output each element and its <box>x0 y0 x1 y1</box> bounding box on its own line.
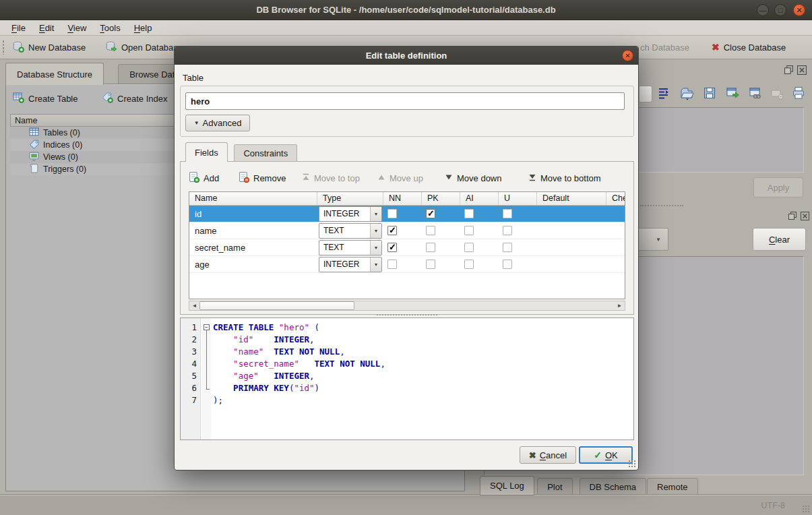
tab-sql-log[interactable]: SQL Log <box>480 476 534 495</box>
move-down-button[interactable]: Move down <box>445 169 501 187</box>
scrollbar-thumb[interactable] <box>199 301 354 310</box>
dock-float-icon[interactable] <box>788 212 797 222</box>
ai-checkbox[interactable] <box>464 226 474 235</box>
pk-checkbox[interactable] <box>426 209 435 218</box>
pk-checkbox[interactable] <box>426 260 435 269</box>
field-row-name[interactable]: nameTEXT▼ <box>189 222 625 239</box>
create-index-button[interactable]: Create Index <box>99 90 170 107</box>
clear-log-button[interactable]: Clear <box>753 228 806 251</box>
import-file-icon[interactable] <box>679 86 695 102</box>
column-header-name[interactable]: Name <box>189 192 317 205</box>
maximize-icon[interactable]: □ <box>774 4 786 16</box>
close-subwindow-icon[interactable] <box>797 65 807 77</box>
u-checkbox[interactable] <box>503 226 512 235</box>
field-row-id[interactable]: idINTEGER▼ <box>189 206 625 222</box>
field-name-cell[interactable]: age <box>189 260 317 270</box>
nn-checkbox[interactable] <box>387 243 397 252</box>
dialog-titlebar[interactable]: Edit table definition <box>175 47 638 65</box>
ai-checkbox[interactable] <box>464 260 474 269</box>
fields-grid-header[interactable]: NameTypeNNPKAIUDefaultChe <box>189 192 625 206</box>
close-icon[interactable]: ✕ <box>793 4 805 16</box>
create-table-label: Create Table <box>28 94 77 104</box>
cancel-button[interactable]: ✖ Cancel <box>520 446 576 464</box>
menu-file[interactable]: File <box>5 22 32 34</box>
fold-marker-icon[interactable]: − <box>204 324 210 330</box>
dialog-tab-constraints[interactable]: Constraints <box>234 144 297 162</box>
combo-arrow-icon[interactable]: ▼ <box>370 241 381 255</box>
tree-item-label: Triggers (0) <box>43 164 86 174</box>
combo-arrow-icon[interactable]: ▼ <box>370 207 381 221</box>
dialog-close-icon[interactable]: ✕ <box>622 50 633 61</box>
menu-edit[interactable]: Edit <box>33 22 60 34</box>
type-combobox[interactable]: INTEGER▼ <box>319 257 382 272</box>
grid-horizontal-scrollbar[interactable]: ◄ ► <box>189 301 625 311</box>
type-combobox[interactable]: TEXT▼ <box>319 240 382 255</box>
menu-view[interactable]: View <box>61 22 92 34</box>
column-header-u[interactable]: U <box>499 192 537 205</box>
save-icon[interactable] <box>702 86 718 102</box>
u-checkbox[interactable] <box>503 209 512 218</box>
field-row-secret_name[interactable]: secret_nameTEXT▼ <box>189 239 625 256</box>
resize-grip[interactable] <box>802 505 810 513</box>
encoding-indicator[interactable]: UTF-8 <box>761 501 785 510</box>
tab-database-structure[interactable]: Database Structure <box>5 63 104 85</box>
link-icon[interactable] <box>748 86 764 102</box>
field-name-cell[interactable]: name <box>189 226 317 236</box>
print-icon[interactable] <box>791 86 807 102</box>
pk-checkbox[interactable] <box>426 226 435 235</box>
move-to-top-icon <box>302 173 310 183</box>
restore-icon[interactable] <box>784 65 794 77</box>
new-database-button[interactable]: New Database <box>8 38 90 57</box>
scroll-right-icon[interactable]: ► <box>615 301 625 310</box>
nn-checkbox[interactable] <box>387 260 397 269</box>
word-wrap-icon[interactable] <box>656 86 673 102</box>
edit-cell-mode-button[interactable] <box>639 86 652 102</box>
field-name-cell[interactable]: id <box>189 209 317 219</box>
tab-remote[interactable]: Remote <box>647 478 698 495</box>
type-combobox[interactable]: INTEGER▼ <box>319 206 382 222</box>
column-header-nn[interactable]: NN <box>383 192 422 205</box>
dialog-title: Edit table definition <box>366 51 447 61</box>
minimize-icon[interactable]: — <box>757 4 769 16</box>
u-checkbox[interactable] <box>503 260 512 269</box>
table-name-input[interactable]: hero <box>185 92 625 110</box>
column-header-che[interactable]: Che <box>606 192 625 205</box>
fold-line-end <box>206 389 210 390</box>
advanced-button[interactable]: ▼ Advanced <box>185 115 250 131</box>
type-combobox[interactable]: TEXT▼ <box>319 223 382 239</box>
pk-checkbox[interactable] <box>426 243 435 252</box>
ai-checkbox[interactable] <box>464 209 474 218</box>
dialog-resize-grip[interactable] <box>628 460 636 468</box>
ok-button[interactable]: ✓ OK <box>579 446 633 464</box>
column-header-pk[interactable]: PK <box>422 192 460 205</box>
nn-checkbox[interactable] <box>387 226 397 235</box>
add-field-button[interactable]: Add <box>189 169 219 187</box>
u-checkbox[interactable] <box>503 243 512 252</box>
combo-arrow-icon[interactable]: ▼ <box>370 224 381 238</box>
dialog-tab-fields[interactable]: Fields <box>185 142 228 162</box>
menu-tools[interactable]: Tools <box>94 22 126 34</box>
move-to-bottom-button[interactable]: Move to bottom <box>528 169 601 187</box>
remove-field-button[interactable]: Remove <box>239 169 286 187</box>
nn-checkbox[interactable] <box>387 209 397 218</box>
col-pk-cell <box>422 226 460 235</box>
dock-close-icon[interactable] <box>801 212 809 222</box>
create-table-button[interactable]: Create Table <box>10 90 80 107</box>
scroll-left-icon[interactable]: ◄ <box>189 301 199 310</box>
column-header-ai[interactable]: AI <box>460 192 499 205</box>
close-database-button[interactable]: ✖ Close Database <box>708 38 790 57</box>
tab-db-schema[interactable]: DB Schema <box>580 478 646 495</box>
field-row-age[interactable]: ageINTEGER▼ <box>189 256 625 273</box>
export-icon[interactable] <box>725 86 741 102</box>
ai-checkbox[interactable] <box>464 243 474 252</box>
tab-plot[interactable]: Plot <box>537 478 572 495</box>
dock-handle[interactable] <box>640 205 683 206</box>
sql-preview: 1234567 − CREATE TABLE "hero" ( "id" INT… <box>180 317 634 440</box>
toolbar-drag-handle[interactable] <box>2 40 5 55</box>
field-name-cell[interactable]: secret_name <box>189 243 317 253</box>
column-header-default[interactable]: Default <box>537 192 606 205</box>
column-header-type[interactable]: Type <box>317 192 383 205</box>
combo-arrow-icon[interactable]: ▼ <box>370 258 381 272</box>
menu-help[interactable]: Help <box>128 22 158 34</box>
dialog-splitter-handle[interactable] <box>377 314 437 315</box>
